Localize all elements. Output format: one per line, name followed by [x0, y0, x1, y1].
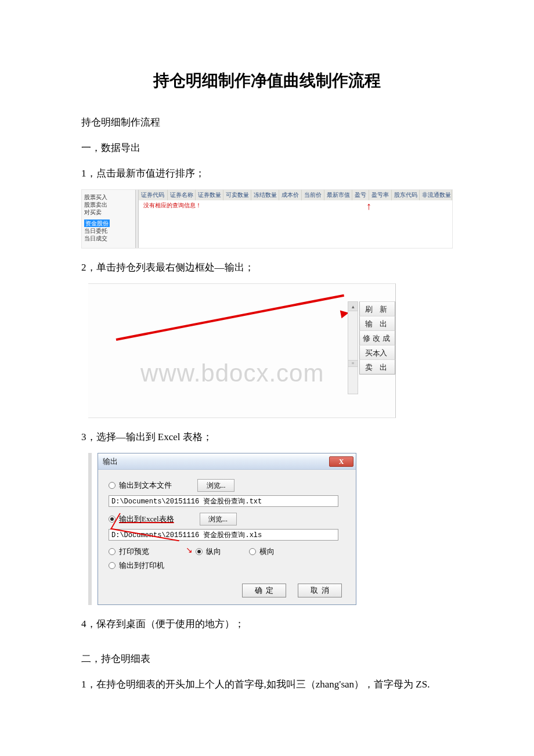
- screenshot-stock-table: 股票买入 股票卖出 对买卖 资金股份 当日委托 当日成交 证券代码 证券名称 证…: [81, 189, 453, 249]
- intro-line: 持仓明细制作流程: [81, 113, 453, 132]
- col-sellable[interactable]: 可卖数量: [223, 190, 251, 200]
- radio-text-label: 输出到文本文件: [119, 480, 172, 491]
- sidebar-item: 当日成交: [84, 235, 133, 242]
- txt-path-field[interactable]: D:\Documents\20151116 资金股份查询.txt: [109, 495, 338, 507]
- screenshot-output-buttons: www.bdocx.com ▴ ≡ 刷 新 输 出 修改成本 买 入 卖 出: [88, 283, 396, 418]
- radio-preview-label: 打印预览: [119, 546, 149, 557]
- dialog-titlebar: 输出 X: [98, 453, 356, 470]
- close-button[interactable]: X: [329, 456, 353, 467]
- sidebar-item: 对买卖: [84, 208, 133, 216]
- col-holder[interactable]: 股东代码: [392, 190, 420, 200]
- radio-preview[interactable]: [109, 548, 116, 555]
- step-4-text: 4，保存到桌面（便于使用的地方）；: [81, 614, 453, 634]
- section-2-step-1: 1，在持仓明细表的开头加上个人的首字母,如我叫三（zhang'san），首字母为…: [81, 675, 453, 694]
- ok-button[interactable]: 确定: [242, 584, 286, 597]
- refresh-button[interactable]: 刷 新: [359, 301, 395, 316]
- col-frozen[interactable]: 冻结数量: [251, 190, 279, 200]
- radio-vertical[interactable]: ↘: [196, 548, 203, 555]
- section-1-heading: 一，数据导出: [81, 138, 453, 158]
- browse-xls-button[interactable]: 浏览...: [200, 513, 237, 525]
- buy-button[interactable]: 买 入: [359, 345, 395, 360]
- step-3-text: 3，选择—输出到 Excel 表格；: [81, 427, 453, 447]
- stock-sidebar: 股票买入 股票卖出 对买卖 资金股份 当日委托 当日成交: [82, 190, 135, 248]
- sidebar-item: 股票买入: [84, 193, 133, 201]
- scroll-thumb[interactable]: ≡: [348, 360, 358, 367]
- empty-result-msg: 没有相应的查询信息！: [139, 200, 452, 211]
- watermark-text: www.bdocx.com: [140, 359, 324, 387]
- step-2-text: 2，单击持仓列表最右侧边框处—输出；: [81, 258, 453, 278]
- vertical-scrollbar[interactable]: ▴ ≡: [348, 301, 358, 394]
- sidebar-item: 股票卖出: [84, 201, 133, 208]
- section-2-heading: 二，持仓明细表: [81, 649, 453, 669]
- col-cost[interactable]: 成本价: [279, 190, 302, 200]
- red-arrow-line: [116, 294, 344, 341]
- col-marketvalue[interactable]: 最新市值: [324, 190, 352, 200]
- dialog-title-text: 输出: [103, 456, 118, 467]
- radio-printer[interactable]: [109, 562, 116, 569]
- col-code[interactable]: 证券代码: [139, 190, 168, 200]
- screenshot-output-dialog: 输出 X 输出到文本文件 浏览... D:\Documents\20151116…: [88, 453, 359, 605]
- up-arrow-annotation: ↑: [366, 200, 371, 213]
- col-name[interactable]: 证券名称: [168, 190, 196, 200]
- col-profit[interactable]: 盈亏: [352, 190, 369, 200]
- col-profitrate[interactable]: 盈亏率: [369, 190, 392, 200]
- col-price[interactable]: 当前价: [302, 190, 324, 200]
- radio-horizontal-label: 横向: [259, 546, 275, 557]
- output-dialog: 输出 X 输出到文本文件 浏览... D:\Documents\20151116…: [98, 453, 356, 605]
- table-header-row: 证券代码 证券名称 证券数量 可卖数量 冻结数量 成本价 当前价 最新市值 盈亏…: [139, 190, 452, 200]
- sidebar-item: 当日委托: [84, 227, 133, 235]
- col-nonflow[interactable]: 非流通数量: [420, 190, 452, 200]
- radio-printer-label: 输出到打印机: [119, 560, 164, 571]
- col-qty[interactable]: 证券数量: [196, 190, 223, 200]
- sell-button[interactable]: 卖 出: [359, 359, 395, 375]
- side-button-stack: 刷 新 输 出 修改成本 买 入 卖 出: [359, 301, 395, 374]
- scroll-up-icon[interactable]: ▴: [348, 302, 358, 311]
- browse-txt-button[interactable]: 浏览...: [197, 479, 234, 492]
- output-button[interactable]: 输 出: [359, 316, 395, 331]
- step-1-text: 1，点击最新市值进行排序；: [81, 164, 453, 183]
- radio-text-file[interactable]: [109, 482, 116, 489]
- modify-cost-button[interactable]: 修改成本: [359, 330, 395, 345]
- cancel-button[interactable]: 取消: [298, 584, 342, 597]
- radio-vertical-label: 纵向: [206, 546, 221, 557]
- stock-table-area: 证券代码 证券名称 证券数量 可卖数量 冻结数量 成本价 当前价 最新市值 盈亏…: [139, 190, 452, 248]
- sidebar-item-selected: 资金股份: [84, 219, 110, 227]
- radio-horizontal[interactable]: [249, 548, 256, 555]
- page-title: 持仓明细制作净值曲线制作流程: [81, 70, 453, 92]
